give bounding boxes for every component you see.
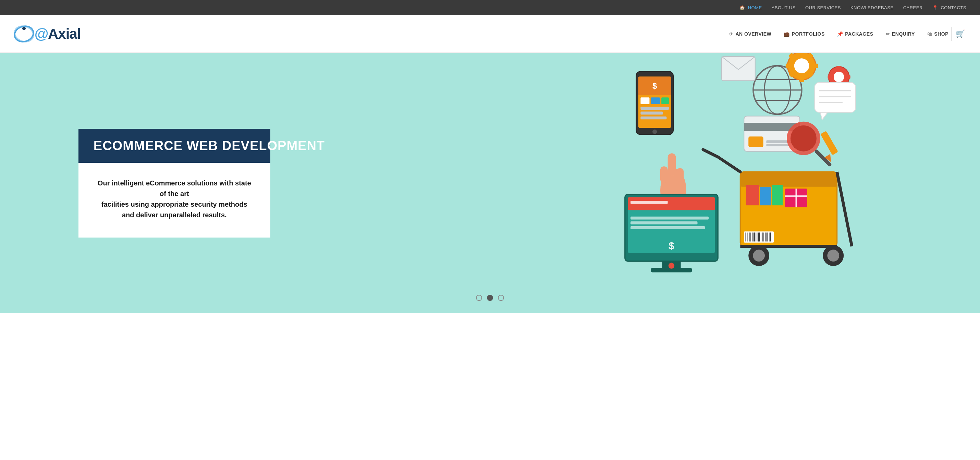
svg-point-95 [668, 263, 675, 268]
home-icon: 🏠 [740, 5, 745, 10]
svg-rect-61 [799, 76, 804, 82]
svg-rect-90 [630, 221, 697, 224]
nav-shop-link[interactable]: 🛍 SHOP [927, 31, 948, 37]
svg-rect-78 [766, 144, 789, 146]
ecommerce-illustration-icon: $ [441, 53, 980, 313]
svg-rect-47 [640, 112, 663, 115]
svg-line-8 [837, 172, 852, 246]
svg-rect-81 [668, 153, 676, 175]
location-icon: 📍 [932, 5, 938, 10]
shopping-bag-icon: 🛍 [927, 31, 932, 37]
hero-description: Our intelligent eCommerce solutions with… [94, 178, 255, 220]
topbar-about-link[interactable]: ABOUT US [772, 5, 795, 10]
topbar-contacts-label: CONTACTS [940, 5, 966, 10]
svg-marker-100 [820, 112, 828, 120]
carousel-dot-2[interactable] [487, 295, 493, 301]
nav-overview-label: AN OVERVIEW [735, 31, 771, 37]
svg-rect-70 [837, 66, 841, 70]
nav-portfolios-label: PORTFOLIOS [792, 31, 825, 37]
svg-rect-14 [760, 187, 771, 205]
svg-point-10 [753, 250, 765, 261]
svg-rect-48 [640, 116, 667, 119]
topbar-services-label: OUR SERVICES [805, 5, 841, 10]
svg-text:$: $ [668, 240, 675, 251]
pin-icon: 📌 [837, 31, 843, 37]
svg-rect-76 [748, 137, 763, 147]
topbar-home-label: HOME [748, 5, 762, 10]
svg-rect-13 [746, 185, 759, 205]
svg-point-51 [652, 130, 657, 134]
carousel-dot-1[interactable] [476, 295, 482, 301]
paper-plane-icon: ✈ [729, 31, 733, 37]
hero-illustration: $ [441, 53, 980, 313]
svg-point-12 [827, 250, 839, 261]
logo-text: @Axial [34, 26, 81, 42]
nav-packages-link[interactable]: 📌 PACKAGES [837, 31, 873, 37]
hero-section: ECOMMERCE WEB DEVELOPMENT Our intelligen… [0, 53, 980, 313]
svg-rect-15 [772, 185, 783, 205]
svg-rect-104 [820, 131, 838, 155]
nav-shop-label: SHOP [934, 31, 948, 37]
svg-rect-82 [660, 166, 668, 183]
top-bar: 🏠 HOME ABOUT US OUR SERVICES KNOWLEDGEBA… [0, 0, 980, 15]
nav-portfolios-link[interactable]: 💼 PORTFOLIOS [784, 31, 825, 37]
nav-divider [951, 27, 951, 41]
svg-rect-44 [651, 97, 660, 104]
svg-rect-83 [676, 168, 684, 183]
hero-desc-box: Our intelligent eCommerce solutions with… [78, 163, 270, 237]
svg-rect-63 [812, 64, 818, 68]
topbar-home-link[interactable]: 🏠 HOME [740, 5, 762, 10]
nav-enquiry-label: ENQUIRY [892, 31, 915, 37]
topbar-services-link[interactable]: OUR SERVICES [805, 5, 841, 10]
svg-rect-73 [846, 75, 851, 79]
hero-title-box: ECOMMERCE WEB DEVELOPMENT [78, 129, 270, 163]
nav-packages-label: PACKAGES [845, 31, 873, 37]
main-nav: @Axial ✈ AN OVERVIEW 💼 PORTFOLIOS 📌 PACK… [0, 15, 980, 53]
svg-rect-91 [630, 226, 705, 229]
carousel-dots [476, 295, 504, 301]
svg-line-5 [718, 157, 740, 172]
topbar-contacts-link[interactable]: 📍 CONTACTS [932, 5, 966, 10]
topbar-knowledge-link[interactable]: KNOWLEDGEBASE [851, 5, 894, 10]
logo[interactable]: @Axial [14, 24, 81, 43]
main-nav-links: ✈ AN OVERVIEW 💼 PORTFOLIOS 📌 PACKAGES ✏ … [729, 31, 948, 37]
svg-rect-88 [630, 201, 668, 204]
edit-icon: ✏ [886, 31, 890, 37]
svg-rect-99 [815, 83, 856, 112]
top-bar-nav: 🏠 HOME ABOUT US OUR SERVICES KNOWLEDGEBA… [740, 5, 966, 10]
cart-button[interactable]: 🛒 [954, 29, 966, 38]
svg-point-97 [791, 126, 816, 151]
nav-overview-link[interactable]: ✈ AN OVERVIEW [729, 31, 771, 37]
hero-title: ECOMMERCE WEB DEVELOPMENT [94, 138, 255, 153]
svg-point-2 [22, 27, 26, 30]
svg-rect-60 [799, 53, 804, 56]
svg-rect-4 [740, 172, 837, 186]
topbar-knowledge-label: KNOWLEDGEBASE [851, 5, 894, 10]
topbar-career-link[interactable]: CAREER [903, 5, 923, 10]
nav-enquiry-link[interactable]: ✏ ENQUIRY [886, 31, 915, 37]
logo-emblem-icon [14, 24, 34, 43]
svg-rect-62 [786, 64, 792, 68]
svg-point-59 [794, 58, 809, 73]
svg-text:$: $ [652, 81, 657, 91]
carousel-dot-3[interactable] [498, 295, 504, 301]
topbar-about-label: ABOUT US [772, 5, 795, 10]
svg-point-69 [834, 72, 844, 82]
svg-rect-46 [640, 107, 669, 110]
svg-rect-45 [661, 97, 669, 104]
logo-at: @ [34, 26, 48, 42]
svg-rect-89 [630, 216, 709, 220]
svg-rect-72 [828, 75, 832, 79]
hero-content: ECOMMERCE WEB DEVELOPMENT Our intelligen… [78, 129, 270, 237]
briefcase-icon: 💼 [784, 31, 790, 37]
svg-line-6 [703, 150, 718, 157]
svg-rect-43 [640, 97, 649, 104]
logo-name: Axial [48, 26, 81, 42]
topbar-career-label: CAREER [903, 5, 923, 10]
